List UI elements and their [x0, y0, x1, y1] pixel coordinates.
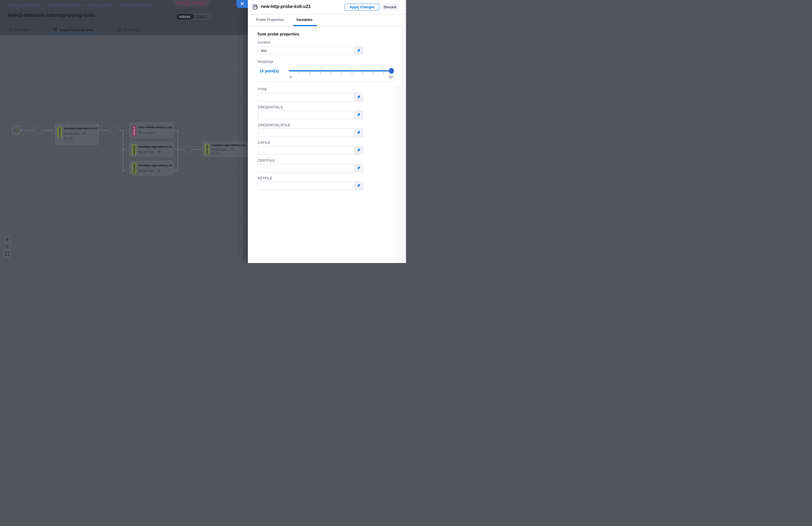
port: [126, 170, 129, 172]
node-weightage: Weightage: 10: [212, 148, 233, 151]
pin-button[interactable]: [354, 146, 363, 155]
port: [126, 129, 129, 132]
port: [33, 129, 35, 132]
node-duration: 10s: [212, 152, 221, 155]
port: [191, 148, 193, 150]
weightage-slider[interactable]: [289, 70, 394, 72]
probe-node-card[interactable]: PROBE boutique-app-latency-ch... Weighta…: [129, 142, 174, 157]
fullscreen-button[interactable]: [3, 250, 11, 258]
add-node-button[interactable]: [35, 126, 43, 134]
credentialsfile-input[interactable]: [258, 129, 354, 137]
toggle-yaml[interactable]: YAML: [194, 14, 210, 19]
add-node-button[interactable]: [110, 126, 118, 134]
probe-node-card[interactable]: PROBE boutique-app-latency-ch... Weighta…: [202, 142, 249, 157]
type-input[interactable]: [258, 93, 354, 102]
close-drawer-button[interactable]: [236, 0, 248, 8]
drawer-scrollbar[interactable]: [402, 26, 406, 263]
tab-variables[interactable]: Variables: [296, 18, 313, 22]
port: [23, 129, 25, 132]
variable-field-credentials: [258, 111, 363, 119]
variable-label-keyfile: KEYFILE: [258, 176, 273, 180]
node-title: boutique-app-latency-ch...: [139, 164, 172, 167]
slider-tick: [299, 67, 300, 75]
certfile-input[interactable]: [258, 164, 354, 173]
breadcrumb-chaos-experiments[interactable]: Chaos Experiments: [119, 3, 151, 7]
credentials-input[interactable]: [258, 111, 354, 119]
tab-overview-label: Overview: [14, 28, 30, 32]
add-node-button[interactable]: [183, 145, 191, 154]
page-title: inject-network-latency-using-istio: [8, 12, 95, 18]
zoom-out-button[interactable]: [3, 243, 11, 250]
active-tab-underline: [48, 33, 98, 34]
probe-config-drawer: new-http-probe-ks6-u21 Apply Changes Dis…: [248, 0, 406, 263]
clock-icon: [64, 137, 67, 140]
start-play-button[interactable]: [12, 126, 21, 135]
pin-button[interactable]: [354, 129, 363, 137]
breadcrumb-project[interactable]: Project: demo: [89, 3, 112, 7]
pin-button[interactable]: [354, 181, 363, 190]
canvas-zoom-controls: [3, 236, 11, 258]
slider-tick: [373, 67, 373, 75]
node-duration: 10s: [64, 137, 73, 140]
node-weightage: Weightage: 10: [139, 169, 160, 172]
apply-changes-button[interactable]: Apply Changes: [345, 3, 379, 11]
variable-label-certfile: CERTFILE: [258, 159, 275, 163]
chevron-right-icon: [115, 4, 117, 6]
port: [52, 129, 55, 132]
drawer-title: new-http-probe-ks6-u21: [261, 4, 310, 9]
variables-scrollbar[interactable]: [396, 86, 400, 263]
breadcrumb-organization[interactable]: Organization: default: [47, 3, 82, 7]
variable-label-credentials: CREDENTIALS: [258, 105, 283, 109]
node-title: boutique-app-latency-ch...: [212, 143, 248, 147]
fault-node-card[interactable]: FAULT istio-virtual-service-crea... <+in…: [129, 122, 174, 138]
breadcrumb-account[interactable]: Account: chaos-dev: [8, 3, 41, 7]
duration-input[interactable]: [258, 46, 354, 55]
tab-overview[interactable]: Overview: [8, 27, 30, 32]
zoom-in-button[interactable]: [3, 236, 11, 243]
probe-badge: PROBE: [132, 144, 136, 155]
chevron-right-icon: [43, 4, 45, 6]
port: [108, 129, 111, 132]
chevron-right-icon: [85, 4, 87, 6]
section-title: Tune probe properties: [257, 32, 299, 36]
slider-handle[interactable]: [389, 68, 394, 74]
edge: [178, 130, 178, 171]
tab-experiment-builder-label: Experiment Builder: [60, 28, 94, 32]
variable-field-certfile: [258, 164, 363, 173]
pin-button[interactable]: [354, 111, 363, 119]
tab-experiment-builder[interactable]: Experiment Builder: [53, 27, 94, 32]
fault-badge: FAULT: [132, 125, 136, 136]
keyfile-input[interactable]: [258, 181, 354, 190]
pin-button[interactable]: [354, 93, 363, 102]
variable-label-type: TYPE: [258, 87, 267, 91]
discard-button[interactable]: Discard: [381, 3, 398, 11]
tab-schedule-label: Schedule: [123, 28, 139, 32]
port: [181, 148, 183, 150]
node-duration: <+input>: [139, 131, 156, 134]
variable-field-type: [258, 93, 363, 102]
cafile-input[interactable]: [258, 146, 354, 155]
variable-field-credentialsfile: [258, 129, 363, 137]
node-weightage: Weightage: 10: [139, 150, 160, 154]
tab-probe-properties[interactable]: Probe Properties: [256, 18, 284, 22]
probe-badge: PROBE: [57, 127, 62, 138]
clock-icon: [139, 131, 142, 134]
probe-node-card[interactable]: PROBE boutique-app-latency-ch... Weighta…: [55, 124, 99, 145]
slider-tick: [331, 67, 331, 75]
weightage-value: 10 point(s): [259, 69, 279, 73]
probe-badge: PROBE: [132, 163, 136, 174]
close-icon: [241, 2, 244, 6]
clock-icon: [212, 152, 215, 155]
breadcrumb: Account: chaos-dev Organization: default…: [8, 3, 151, 7]
tab-schedule[interactable]: Schedule: [117, 27, 139, 32]
edge: [123, 130, 123, 171]
duration-field: [258, 46, 363, 55]
overview-icon: [8, 27, 12, 32]
pin-button[interactable]: [354, 164, 363, 173]
toggle-visual[interactable]: VISUAL: [176, 14, 194, 19]
variable-field-keyfile: [258, 181, 363, 190]
visual-yaml-toggle[interactable]: VISUAL YAML: [176, 14, 211, 19]
pin-button[interactable]: [354, 46, 363, 55]
probe-icon: [252, 3, 259, 12]
probe-node-card[interactable]: PROBE boutique-app-latency-ch... Weighta…: [129, 161, 174, 176]
